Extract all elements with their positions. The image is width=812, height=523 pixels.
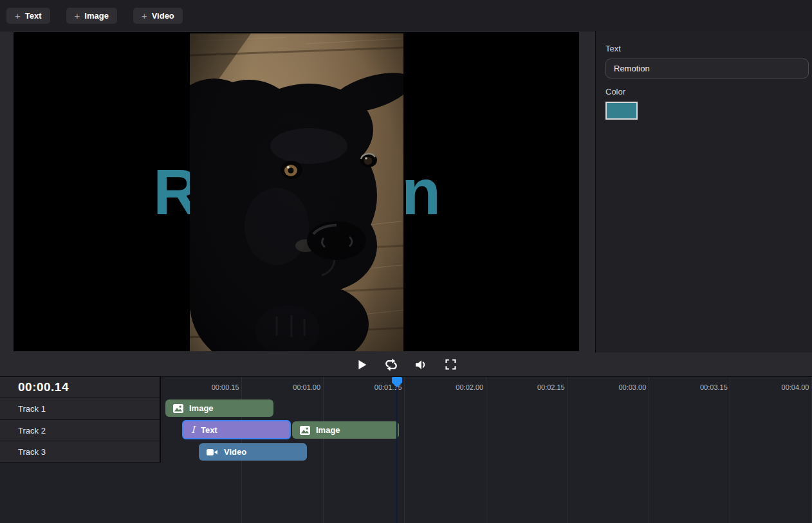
image-icon [300, 426, 310, 435]
inspector-panel: Text Remotion Color [595, 31, 812, 353]
track-name: Track 3 [18, 447, 46, 457]
play-icon [355, 358, 369, 372]
timeline-lanes[interactable]: 00:00.15 00:01.00 00:01.15 00:02.00 00:0… [161, 377, 812, 523]
add-video-label: Video [152, 11, 174, 21]
plus-icon: + [75, 11, 80, 21]
ruler-tick: 00:01.00 [243, 377, 324, 398]
color-field-label: Color [605, 87, 803, 96]
video-camera-icon [207, 448, 218, 456]
timecode-cell: 00:00.14 [0, 377, 161, 398]
video-editor-app: + Text + Image + Video Remotion [0, 0, 812, 523]
add-image-label: Image [84, 11, 109, 21]
add-text-button[interactable]: + Text [6, 8, 50, 24]
color-swatch[interactable] [605, 102, 638, 120]
clip-image-track2[interactable]: Image [292, 421, 399, 439]
ruler-tick: 00:02.00 [405, 377, 487, 398]
timeline-ruler[interactable]: 00:00.15 00:01.00 00:01.15 00:02.00 00:0… [161, 377, 812, 398]
track-name: Track 1 [18, 404, 46, 414]
loop-button[interactable] [383, 357, 399, 372]
ruler-tick: 00:03.15 [649, 377, 731, 398]
dog-photo [190, 33, 403, 351]
text-field-label: Text [605, 44, 803, 53]
text-input[interactable]: Remotion [605, 59, 809, 78]
plus-icon: + [15, 11, 21, 21]
clip-label: Image [189, 403, 214, 413]
current-timecode: 00:00.14 [18, 380, 69, 394]
clip-image-track1[interactable]: Image [165, 399, 273, 417]
play-button[interactable] [354, 357, 369, 372]
loop-icon [383, 357, 399, 372]
clip-label: Image [316, 425, 340, 435]
clip-video-track3[interactable]: Video [199, 443, 307, 461]
add-video-button[interactable]: + Video [133, 8, 183, 24]
add-text-label: Text [25, 11, 42, 21]
track-header-3: Track 3 [0, 441, 161, 463]
ruler-tick: 00:02.15 [486, 377, 568, 398]
volume-button[interactable] [413, 357, 429, 372]
italic-i-icon: I [191, 424, 195, 436]
timeline-left-column: 00:00.14 Track 1 Track 2 Track 3 [0, 377, 161, 463]
toolbar: + Text + Image + Video [0, 0, 812, 32]
clip-text-track2-selected[interactable]: I Text [182, 420, 291, 439]
playhead-line [396, 382, 398, 523]
fullscreen-button[interactable] [443, 357, 458, 372]
track-header-1: Track 1 [0, 398, 161, 420]
preview-canvas: Remotion [14, 32, 579, 351]
volume-icon [414, 358, 428, 372]
player-bar [0, 353, 812, 376]
image-icon [173, 404, 183, 413]
clip-label: Text [201, 425, 217, 435]
plus-icon: + [142, 11, 147, 21]
ruler-tick: 00:03.00 [568, 377, 650, 398]
ruler-tick: 00:00.15 [161, 377, 243, 398]
fullscreen-icon [444, 358, 457, 371]
ruler-tick: 00:04.00 [731, 377, 812, 398]
timeline: 00:00.15 00:01.00 00:01.15 00:02.00 00:0… [0, 376, 812, 523]
add-image-button[interactable]: + Image [66, 8, 117, 24]
track-header-2: Track 2 [0, 420, 161, 441]
track-name: Track 2 [18, 426, 46, 436]
clip-label: Video [224, 447, 246, 457]
